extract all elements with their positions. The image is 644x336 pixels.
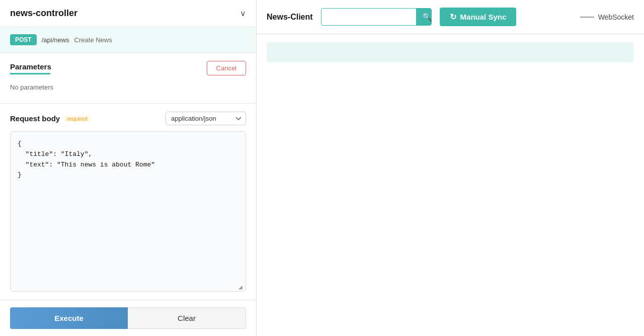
body-textarea[interactable]: { "title": "Italy", "text": "This news i… [11,132,246,291]
left-panel: news-controller ∨ POST /api/news Create … [0,0,257,336]
search-input[interactable] [321,10,416,24]
execute-button[interactable]: Execute [10,307,128,329]
collapse-icon[interactable]: ∨ [240,9,246,18]
websocket-line [580,17,594,18]
search-button[interactable]: 🔍 [416,9,432,25]
news-client-label: News-Client [267,13,313,22]
required-badge: required [64,115,90,122]
params-title: Parameters [10,62,51,71]
request-body-header: Request body required application/json t… [10,112,246,125]
request-body-section: Request body required application/json t… [0,104,256,300]
sync-icon: ↻ [450,12,456,22]
parameters-section: Parameters Cancel No parameters [0,53,256,104]
manual-sync-button[interactable]: ↻ Manual Sync [440,8,517,26]
content-placeholder [267,42,634,62]
websocket-label: WebSocket [598,13,634,21]
params-header: Parameters Cancel [10,61,246,75]
right-header: News-Client 🔍 ↻ Manual Sync WebSocket [257,0,644,34]
endpoint-bar: POST /api/news Create News [0,27,256,53]
endpoint-label: Create News [74,36,112,44]
request-body-title: Request body required [10,114,91,123]
right-panel: News-Client 🔍 ↻ Manual Sync WebSocket [257,0,644,336]
content-type-select[interactable]: application/json text/plain application/… [166,112,246,125]
resize-handle: ◢ [238,284,244,289]
no-params-text: No parameters [10,79,246,95]
endpoint-path: /api/news [42,36,69,44]
controller-header: news-controller ∨ [0,0,256,27]
params-underline [10,73,50,74]
websocket-indicator: WebSocket [580,13,634,21]
method-badge: POST [10,34,37,45]
search-container: 🔍 [321,8,432,26]
action-buttons: Execute Clear [0,300,256,336]
body-textarea-wrapper: { "title": "Italy", "text": "This news i… [10,131,246,292]
cancel-button[interactable]: Cancel [207,61,246,75]
controller-title: news-controller [10,8,77,19]
right-content [257,34,644,336]
clear-button[interactable]: Clear [128,307,246,329]
search-icon: 🔍 [422,12,432,22]
